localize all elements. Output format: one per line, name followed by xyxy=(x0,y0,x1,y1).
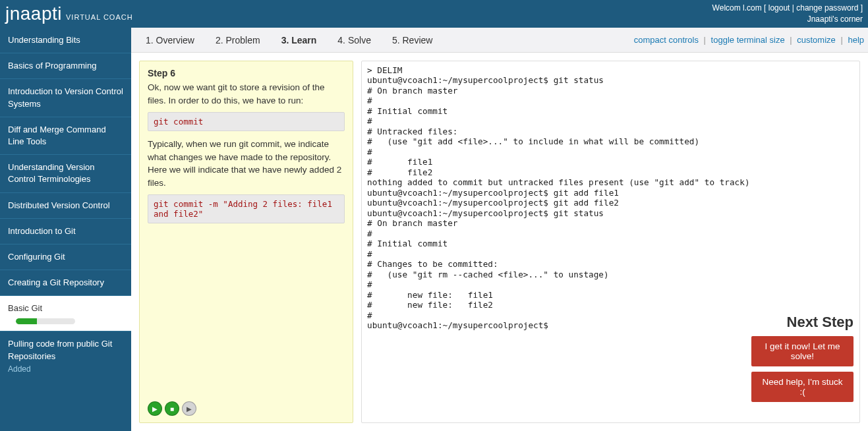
step-instructions-panel: Step 6 Ok, now we want git to store a re… xyxy=(139,61,353,423)
sidebar-item[interactable]: Configuring Git xyxy=(0,244,131,270)
view-controls: compact controls | toggle terminal size … xyxy=(634,35,864,45)
sidebar-item-label: Configuring Git xyxy=(8,252,65,262)
logo: jnaapti VIRTUAL COACH xyxy=(5,3,133,24)
step-title: Step 6 xyxy=(148,68,345,78)
sidebar-item[interactable]: Understanding Version Control Terminolog… xyxy=(0,154,131,192)
step-tab[interactable]: 2. Problem xyxy=(205,35,271,45)
logo-subtitle: VIRTUAL COACH xyxy=(66,13,133,21)
sidebar-item[interactable]: Understanding Bits xyxy=(0,28,131,53)
jnaapti-corner-link[interactable]: Jnaapti's corner xyxy=(807,14,863,24)
sidebar-item[interactable]: Introduction to Version Control Systems xyxy=(0,78,131,116)
sidebar-item-label: Pulling code from public Git Repositorie… xyxy=(8,339,112,360)
command-box-2: git commit -m "Adding 2 files: file1 and… xyxy=(148,194,345,223)
next-step-heading: Next Step xyxy=(751,314,854,331)
pause-step-button[interactable]: ■ xyxy=(165,401,179,416)
sidebar-item[interactable]: Pulling code from public Git Repositorie… xyxy=(0,331,131,381)
sidebar-item-label: Understanding Bits xyxy=(8,35,80,45)
sidebar-item[interactable]: Basics of Programming xyxy=(0,53,131,78)
pause-icon: ■ xyxy=(170,405,174,413)
step-nav-controls: ▶ ■ ▶ xyxy=(148,392,345,416)
user-email-tail: l.com [ xyxy=(743,3,768,13)
step-tab[interactable]: 1. Overview xyxy=(135,35,205,45)
course-sidebar: Understanding BitsBasics of ProgrammingI… xyxy=(0,28,131,431)
sidebar-item-added-badge: Added xyxy=(8,364,123,375)
toggle-terminal-link[interactable]: toggle terminal size xyxy=(711,35,785,45)
sidebar-item-label: Basics of Programming xyxy=(8,61,96,71)
sidebar-item[interactable]: Introduction to Git xyxy=(0,218,131,244)
sidebar-item[interactable]: Basic Git xyxy=(0,295,131,331)
app-header: jnaapti VIRTUAL COACH Welcom l.com [ log… xyxy=(0,0,868,28)
sidebar-item-label: Basic Git xyxy=(8,303,42,313)
sidebar-item-label: Diff and Merge Command Line Tools xyxy=(8,125,106,146)
prev-step-button[interactable]: ▶ xyxy=(148,401,162,416)
play-icon: ▶ xyxy=(152,405,158,413)
step-tab[interactable]: 4. Solve xyxy=(327,35,382,45)
welcome-text: Welcom xyxy=(712,3,741,13)
sidebar-item[interactable]: Distributed Version Control xyxy=(0,192,131,218)
customize-link[interactable]: customize xyxy=(797,35,836,45)
stuck-button[interactable]: Need help, I'm stuck :( xyxy=(751,372,854,402)
step-intro-text: Ok, now we want git to store a revision … xyxy=(148,81,345,107)
bracket-close: ] xyxy=(861,3,863,13)
help-link[interactable]: help xyxy=(848,35,864,45)
step-tab[interactable]: 3. Learn xyxy=(271,35,328,45)
header-user-block: Welcom l.com [ logout | change password … xyxy=(712,3,863,25)
step-mid-text: Typically, when we run git commit, we in… xyxy=(148,138,345,189)
step-tab[interactable]: 5. Review xyxy=(382,35,443,45)
sidebar-item-label: Introduction to Version Control Systems xyxy=(8,86,123,108)
compact-controls-link[interactable]: compact controls xyxy=(634,35,699,45)
progress-bar xyxy=(16,318,75,324)
solve-button[interactable]: I get it now! Let me solve! xyxy=(751,336,854,366)
sidebar-item-label: Creating a Git Repository xyxy=(8,277,104,287)
next-step-button[interactable]: ▶ xyxy=(182,401,196,416)
sidebar-item-label: Understanding Version Control Terminolog… xyxy=(8,162,95,184)
change-password-link[interactable]: change password xyxy=(796,3,858,13)
sidebar-item[interactable]: Creating a Git Repository xyxy=(0,270,131,295)
sidebar-item-label: Introduction to Git xyxy=(8,226,76,236)
next-icon: ▶ xyxy=(187,405,192,413)
step-tabs: 1. Overview2. Problem3. Learn4. Solve5. … xyxy=(131,28,868,53)
logo-text: jnaapti xyxy=(5,3,62,24)
command-box-1: git commit xyxy=(148,112,345,131)
sidebar-item-label: Distributed Version Control xyxy=(8,200,110,210)
logout-link[interactable]: logout xyxy=(768,3,790,13)
next-step-block: Next Step I get it now! Let me solve! Ne… xyxy=(751,314,854,407)
sidebar-item[interactable]: Diff and Merge Command Line Tools xyxy=(0,117,131,154)
